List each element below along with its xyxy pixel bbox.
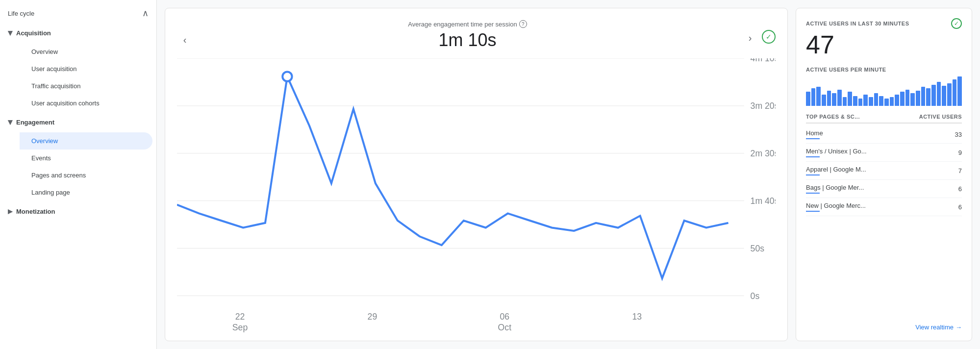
bar-item: [816, 87, 821, 106]
sidebar-item-landing-page[interactable]: Landing page: [20, 184, 152, 201]
row-indicator: [806, 174, 820, 175]
realtime-count: 47: [806, 31, 962, 59]
metric-value: 1m 10s: [193, 30, 742, 50]
acquisition-arrow-icon: ▾: [8, 27, 12, 38]
realtime-check-icon: ✓: [951, 18, 962, 29]
sidebar-category-acquisition[interactable]: ▾ Acquisition: [0, 23, 156, 43]
svg-text:06: 06: [500, 312, 510, 322]
bar-item: [822, 95, 826, 106]
svg-text:29: 29: [368, 312, 377, 322]
sidebar-category-monetization[interactable]: ▸ Monetization: [0, 201, 156, 222]
bar-item: [853, 96, 857, 106]
bar-item: [848, 92, 852, 106]
svg-text:3m 20s: 3m 20s: [751, 101, 776, 111]
table-row[interactable]: Apparel | Google M...7: [806, 162, 962, 180]
bar-item: [900, 92, 905, 106]
table-row[interactable]: Home33: [806, 125, 962, 144]
table-col1-header: TOP PAGES & SC...: [806, 114, 860, 120]
table-row[interactable]: Bags | Google Mer...6: [806, 180, 962, 198]
svg-text:1m 40s: 1m 40s: [751, 196, 776, 206]
bar-item: [843, 97, 847, 106]
acquisition-label: Acquisition: [16, 29, 51, 37]
bar-item: [937, 82, 941, 106]
realtime-title: ACTIVE USERS IN LAST 30 MINUTES: [806, 21, 909, 26]
monetization-arrow-icon: ▸: [8, 206, 12, 217]
bar-item: [890, 97, 894, 106]
row-indicator: [806, 211, 820, 212]
chart-header: ‹ Average engagement time per session ? …: [177, 20, 776, 50]
svg-point-6: [282, 72, 292, 81]
bar-item: [895, 95, 899, 106]
bar-item: [863, 95, 868, 106]
bar-item: [827, 91, 831, 106]
table-col2-header: ACTIVE USERS: [919, 114, 962, 120]
chart-container: 4m 10s 3m 20s 2m 30s 1m 40s 50s 0s 22 Se…: [177, 58, 776, 341]
sidebar: Life cycle ∧ ▾ Acquisition Overview User…: [0, 0, 157, 349]
table-row[interactable]: New | Google Merc...6: [806, 198, 962, 216]
bar-item: [884, 99, 889, 106]
sidebar-item-events[interactable]: Events: [20, 150, 152, 167]
sidebar-item-user-acquisition[interactable]: User acquisition: [20, 60, 152, 77]
svg-text:Sep: Sep: [232, 323, 248, 332]
row-indicator: [806, 193, 820, 194]
bar-item: [916, 91, 920, 106]
bar-item: [957, 76, 962, 106]
sidebar-item-traffic-acquisition[interactable]: Traffic acquisition: [20, 77, 152, 95]
bar-item: [806, 92, 810, 106]
table-header: TOP PAGES & SC... ACTIVE USERS: [806, 114, 962, 124]
engagement-arrow-icon: ▾: [8, 117, 12, 127]
bar-item: [858, 99, 863, 106]
engagement-label: Engagement: [16, 119, 54, 126]
lifecycle-chevron-icon: ∧: [142, 8, 149, 19]
metric-label: Average engagement time per session ?: [193, 20, 742, 28]
sidebar-item-overview[interactable]: Overview: [20, 43, 152, 60]
svg-text:0s: 0s: [751, 291, 760, 301]
top-pages-table: Home33Men's / Unisex | Go...9Apparel | G…: [806, 125, 962, 216]
svg-text:2m 30s: 2m 30s: [751, 149, 776, 158]
bar-item: [931, 85, 936, 106]
prev-metric-button[interactable]: ‹: [177, 32, 193, 48]
bar-item: [905, 90, 910, 106]
sidebar-item-engagement-overview[interactable]: Overview: [20, 132, 152, 150]
bar-item: [869, 97, 873, 106]
metric-help-icon[interactable]: ?: [519, 20, 527, 28]
lifecycle-label: Life cycle: [8, 10, 34, 17]
sidebar-category-engagement[interactable]: ▾ Engagement: [0, 112, 156, 132]
bar-item: [879, 96, 883, 106]
svg-text:50s: 50s: [751, 244, 765, 253]
engagement-items: Overview Events Pages and screens Landin…: [0, 132, 156, 201]
svg-text:Oct: Oct: [498, 323, 512, 332]
row-indicator: [806, 138, 820, 139]
bar-item: [947, 83, 952, 106]
bar-item: [811, 88, 816, 106]
bar-item: [832, 93, 836, 106]
view-realtime-link[interactable]: View realtime →: [806, 318, 962, 331]
realtime-header: ACTIVE USERS IN LAST 30 MINUTES ✓: [806, 18, 962, 29]
bar-item: [874, 93, 879, 106]
table-row[interactable]: Men's / Unisex | Go...9: [806, 144, 962, 162]
main-content: ‹ Average engagement time per session ? …: [157, 0, 980, 349]
bar-item: [953, 79, 957, 106]
chart-metric-center: Average engagement time per session ? 1m…: [193, 20, 742, 50]
realtime-card: ACTIVE USERS IN LAST 30 MINUTES ✓ 47 ACT…: [796, 8, 972, 341]
svg-text:22: 22: [235, 312, 245, 322]
bar-item: [910, 93, 915, 106]
sidebar-item-pages-and-screens[interactable]: Pages and screens: [20, 167, 152, 184]
per-minute-bar-chart: [806, 76, 962, 106]
monetization-label: Monetization: [16, 208, 55, 215]
svg-text:4m 10s: 4m 10s: [751, 58, 776, 63]
row-indicator: [806, 156, 820, 157]
arrow-right-icon: →: [955, 324, 962, 331]
svg-text:13: 13: [632, 312, 642, 322]
acquisition-items: Overview User acquisition Traffic acquis…: [0, 43, 156, 112]
bar-item: [837, 90, 842, 106]
lifecycle-section[interactable]: Life cycle ∧: [0, 0, 156, 23]
bar-item: [921, 87, 926, 106]
engagement-chart: 4m 10s 3m 20s 2m 30s 1m 40s 50s 0s 22 Se…: [177, 58, 776, 341]
metric-check-icon: ✓: [762, 30, 776, 44]
next-metric-button[interactable]: ›: [742, 30, 758, 46]
bar-item: [926, 88, 930, 106]
bar-item: [942, 86, 946, 106]
sidebar-item-user-acquisition-cohorts[interactable]: User acquisition cohorts: [20, 95, 152, 112]
per-minute-title: ACTIVE USERS PER MINUTE: [806, 67, 962, 73]
